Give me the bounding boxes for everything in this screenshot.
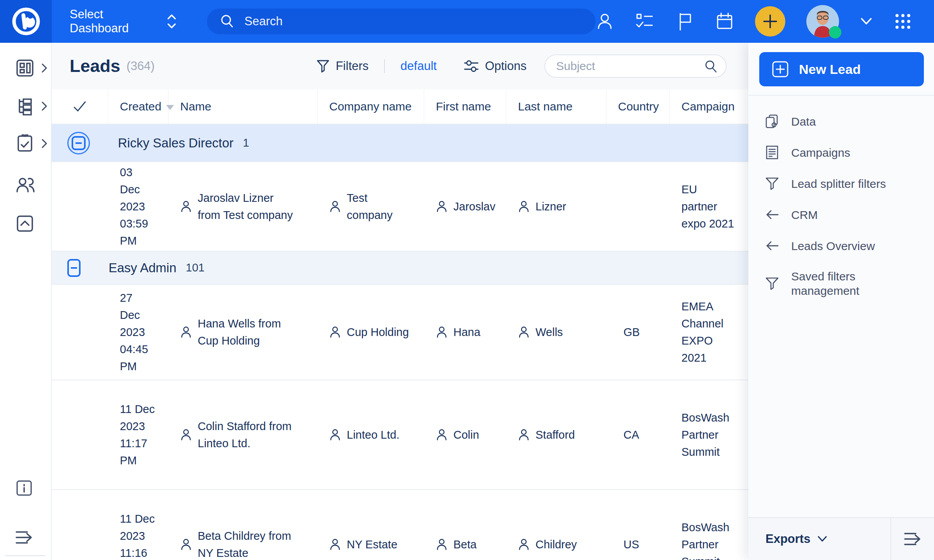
column-header-country[interactable]: Country bbox=[606, 89, 670, 124]
online-status-dot bbox=[829, 26, 841, 38]
calendar-icon[interactable] bbox=[715, 12, 734, 31]
toolbar-divider bbox=[384, 59, 385, 73]
group-label: Easy Admin bbox=[109, 261, 176, 275]
name-cell[interactable]: Hana Wells from Cup Holding bbox=[169, 315, 318, 349]
page-header: Leads (364) Filters default Options bbox=[52, 43, 748, 89]
contacts-icon[interactable] bbox=[595, 12, 614, 31]
collapse-group-button[interactable] bbox=[67, 259, 81, 277]
table-row[interactable]: 27Dec 202304:45 PM Hana Wells from Cup H… bbox=[52, 284, 748, 380]
data-pages-icon bbox=[765, 114, 780, 129]
table-row[interactable]: 03Dec 202303:59 PM Jaroslav Lizner from … bbox=[52, 161, 748, 251]
contact-icon bbox=[518, 538, 530, 551]
subject-search bbox=[544, 54, 727, 78]
select-all-header[interactable] bbox=[52, 89, 108, 124]
quick-add-button[interactable] bbox=[755, 6, 785, 37]
sidebar-item-dashboards[interactable] bbox=[0, 56, 52, 80]
first-name-cell[interactable]: Jaroslav bbox=[424, 198, 506, 215]
flag-icon[interactable] bbox=[676, 12, 694, 31]
last-name-cell[interactable]: Childrey bbox=[506, 536, 606, 553]
chevron-right-icon bbox=[40, 138, 49, 149]
company-cell[interactable]: Test company bbox=[318, 189, 424, 224]
options-sliders-icon bbox=[464, 59, 479, 73]
first-name-cell[interactable]: Hana bbox=[424, 324, 506, 341]
project-tree-icon bbox=[14, 95, 36, 117]
last-name-cell[interactable]: Lizner bbox=[506, 198, 606, 215]
exports-dropdown[interactable]: Exports bbox=[748, 518, 827, 560]
collapse-group-button[interactable] bbox=[67, 132, 90, 154]
campaign-cell: EMEA Channel EXPO 2021 bbox=[670, 298, 748, 366]
menu-item-leads-overview[interactable]: Leads Overview bbox=[748, 230, 934, 261]
plus-square-icon bbox=[772, 61, 789, 78]
easy-project-logo-icon bbox=[10, 5, 42, 37]
column-header-created[interactable]: Created bbox=[108, 89, 169, 124]
sidebar-expand-button[interactable] bbox=[0, 525, 52, 550]
name-cell[interactable]: Colin Stafford from Linteo Ltd. bbox=[169, 418, 318, 452]
sidebar-item-projects[interactable] bbox=[0, 94, 52, 119]
sidebar-item-info[interactable] bbox=[0, 476, 52, 500]
first-name-cell[interactable]: Beta bbox=[424, 536, 506, 553]
filters-button[interactable]: Filters bbox=[316, 59, 369, 73]
collapse-panel-icon bbox=[902, 530, 923, 548]
table-header-row: Created Name Company name First name Las… bbox=[52, 89, 748, 124]
company-cell[interactable]: Cup Holding bbox=[318, 324, 424, 341]
menu-item-campaigns[interactable]: Campaigns bbox=[748, 137, 934, 168]
table-row[interactable]: 11 Dec2023 11:17PM Colin Stafford from L… bbox=[52, 380, 748, 489]
global-search-placeholder: Search bbox=[244, 14, 283, 28]
company-cell[interactable]: NY Estate bbox=[318, 536, 424, 553]
left-sidebar bbox=[0, 43, 52, 560]
created-cell: 11 Dec2023 11:17PM bbox=[108, 401, 169, 469]
column-header-company[interactable]: Company name bbox=[318, 89, 424, 124]
column-header-last-name[interactable]: Last name bbox=[506, 89, 606, 124]
new-lead-button[interactable]: New Lead bbox=[759, 52, 924, 86]
options-button[interactable]: Options bbox=[464, 59, 527, 73]
campaign-cell: EU partner expo 2021 bbox=[670, 181, 748, 232]
menu-item-crm[interactable]: CRM bbox=[748, 199, 934, 230]
column-header-campaign[interactable]: Campaign bbox=[670, 89, 748, 124]
minus-icon bbox=[72, 136, 86, 150]
sidebar-item-users[interactable] bbox=[0, 172, 52, 197]
minus-icon bbox=[67, 259, 81, 277]
dashboard-selector[interactable]: Select Dashboard bbox=[70, 7, 177, 35]
name-cell[interactable]: Jaroslav Lizner from Test company bbox=[169, 189, 318, 224]
arrow-left-icon bbox=[765, 238, 780, 254]
avatar-chevron-down-icon[interactable] bbox=[860, 17, 873, 26]
created-cell: 11 Dec2023 11:16PM bbox=[108, 510, 169, 560]
global-search[interactable]: Search bbox=[207, 9, 595, 34]
checkmark-icon bbox=[72, 100, 87, 113]
saved-filter-link[interactable]: default bbox=[400, 59, 437, 73]
sidebar-item-tasks[interactable] bbox=[0, 131, 52, 156]
menu-item-data[interactable]: Data bbox=[748, 106, 934, 137]
chevron-down-icon bbox=[817, 536, 827, 542]
name-cell[interactable]: Beta Childrey from NY Estate bbox=[169, 527, 318, 560]
subject-search-input[interactable] bbox=[544, 54, 727, 78]
column-header-first-name[interactable]: First name bbox=[424, 89, 506, 124]
arrow-left-icon bbox=[765, 207, 780, 222]
user-avatar[interactable] bbox=[806, 5, 839, 38]
table-row[interactable]: 11 Dec2023 11:16PM Beta Childrey from NY… bbox=[52, 489, 748, 560]
created-cell: 03Dec 202303:59 PM bbox=[108, 164, 169, 249]
contact-icon bbox=[436, 326, 448, 338]
apps-grid-icon[interactable] bbox=[894, 12, 912, 31]
clipboard-check-icon bbox=[14, 133, 36, 154]
menu-item-lead-splitter-filters[interactable]: Lead splitter filters bbox=[748, 168, 934, 199]
app-logo[interactable] bbox=[0, 0, 52, 43]
contact-icon bbox=[329, 200, 341, 213]
contact-icon bbox=[436, 538, 448, 551]
options-label: Options bbox=[485, 59, 527, 73]
last-name-cell[interactable]: Wells bbox=[506, 324, 606, 341]
company-cell[interactable]: Linteo Ltd. bbox=[318, 426, 424, 443]
column-header-name[interactable]: Name bbox=[169, 89, 318, 124]
plus-icon bbox=[762, 14, 778, 29]
search-icon[interactable] bbox=[704, 60, 718, 74]
contact-icon bbox=[518, 326, 530, 338]
last-name-cell[interactable]: Stafford bbox=[506, 426, 606, 443]
first-name-cell[interactable]: Colin bbox=[424, 426, 506, 443]
tasks-checklist-icon[interactable] bbox=[635, 12, 655, 31]
group-row: Ricky Sales Director 1 bbox=[52, 124, 748, 161]
sidebar-item-archive[interactable] bbox=[0, 211, 52, 236]
list-toolbar: Filters default Options bbox=[316, 54, 727, 78]
contact-icon bbox=[518, 200, 530, 213]
collapse-panel-button[interactable] bbox=[890, 518, 934, 560]
menu-item-saved-filters-management[interactable]: Saved filters management bbox=[748, 261, 934, 306]
topbar-actions bbox=[595, 5, 934, 38]
